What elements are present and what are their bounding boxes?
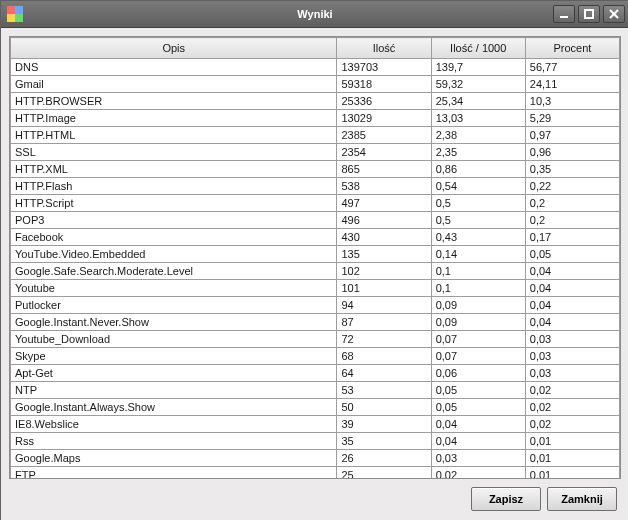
cell-ilosc1000: 0,05 bbox=[431, 399, 525, 416]
table-row[interactable]: IE8.Webslice390,040,02 bbox=[11, 416, 620, 433]
cell-opis: IE8.Webslice bbox=[11, 416, 337, 433]
header-ilosc1000[interactable]: Ilość / 1000 bbox=[431, 38, 525, 59]
cell-procent: 0,22 bbox=[525, 178, 619, 195]
table-row[interactable]: HTTP.XML8650,860,35 bbox=[11, 161, 620, 178]
title-bar[interactable]: Wyniki bbox=[1, 1, 628, 28]
cell-opis: Skype bbox=[11, 348, 337, 365]
table-row[interactable]: NTP530,050,02 bbox=[11, 382, 620, 399]
table-row[interactable]: Apt-Get640,060,03 bbox=[11, 365, 620, 382]
table-row[interactable]: SSL23542,350,96 bbox=[11, 144, 620, 161]
cell-opis: HTTP.Script bbox=[11, 195, 337, 212]
cell-procent: 0,05 bbox=[525, 246, 619, 263]
cell-procent: 0,96 bbox=[525, 144, 619, 161]
cell-ilosc1000: 59,32 bbox=[431, 76, 525, 93]
cell-ilosc: 26 bbox=[337, 450, 431, 467]
cell-opis: Gmail bbox=[11, 76, 337, 93]
cell-ilosc1000: 0,1 bbox=[431, 280, 525, 297]
cell-ilosc: 497 bbox=[337, 195, 431, 212]
app-icon bbox=[7, 6, 23, 22]
table-row[interactable]: Skype680,070,03 bbox=[11, 348, 620, 365]
table-row[interactable]: HTTP.HTML23852,380,97 bbox=[11, 127, 620, 144]
cell-procent: 0,03 bbox=[525, 348, 619, 365]
cell-ilosc1000: 25,34 bbox=[431, 93, 525, 110]
maximize-button[interactable] bbox=[578, 5, 600, 23]
dialog-button-row: Zapisz Zamknij bbox=[9, 487, 621, 513]
cell-procent: 0,01 bbox=[525, 450, 619, 467]
cell-ilosc: 2385 bbox=[337, 127, 431, 144]
cell-procent: 0,17 bbox=[525, 229, 619, 246]
close-button[interactable] bbox=[603, 5, 625, 23]
minimize-button[interactable] bbox=[553, 5, 575, 23]
cell-ilosc: 139703 bbox=[337, 59, 431, 76]
results-table-container: Opis Ilość Ilość / 1000 Procent DNS13970… bbox=[9, 36, 621, 479]
cell-ilosc: 13029 bbox=[337, 110, 431, 127]
table-header-row: Opis Ilość Ilość / 1000 Procent bbox=[11, 38, 620, 59]
cell-ilosc1000: 0,86 bbox=[431, 161, 525, 178]
cell-ilosc1000: 2,35 bbox=[431, 144, 525, 161]
cell-ilosc: 102 bbox=[337, 263, 431, 280]
table-row[interactable]: Youtube_Download720,070,03 bbox=[11, 331, 620, 348]
cell-opis: HTTP.HTML bbox=[11, 127, 337, 144]
cell-ilosc: 496 bbox=[337, 212, 431, 229]
cell-ilosc1000: 0,02 bbox=[431, 467, 525, 479]
cell-procent: 0,01 bbox=[525, 433, 619, 450]
table-row[interactable]: Google.Maps260,030,01 bbox=[11, 450, 620, 467]
table-row[interactable]: Facebook4300,430,17 bbox=[11, 229, 620, 246]
table-row[interactable]: YouTube.Video.Embedded1350,140,05 bbox=[11, 246, 620, 263]
table-row[interactable]: Google.Safe.Search.Moderate.Level1020,10… bbox=[11, 263, 620, 280]
cell-ilosc: 2354 bbox=[337, 144, 431, 161]
cell-opis: SSL bbox=[11, 144, 337, 161]
cell-opis: NTP bbox=[11, 382, 337, 399]
cell-procent: 0,2 bbox=[525, 195, 619, 212]
header-ilosc[interactable]: Ilość bbox=[337, 38, 431, 59]
table-row[interactable]: Google.Instant.Never.Show870,090,04 bbox=[11, 314, 620, 331]
table-row[interactable]: DNS139703139,756,77 bbox=[11, 59, 620, 76]
table-body: DNS139703139,756,77Gmail5931859,3224,11H… bbox=[11, 59, 620, 479]
cell-procent: 0,02 bbox=[525, 382, 619, 399]
cell-procent: 0,03 bbox=[525, 365, 619, 382]
header-procent[interactable]: Procent bbox=[525, 38, 619, 59]
cell-procent: 0,03 bbox=[525, 331, 619, 348]
cell-procent: 0,04 bbox=[525, 280, 619, 297]
table-row[interactable]: Gmail5931859,3224,11 bbox=[11, 76, 620, 93]
cell-opis: HTTP.BROWSER bbox=[11, 93, 337, 110]
table-row[interactable]: HTTP.BROWSER2533625,3410,3 bbox=[11, 93, 620, 110]
svg-rect-1 bbox=[585, 10, 593, 18]
cell-ilosc: 87 bbox=[337, 314, 431, 331]
cell-opis: DNS bbox=[11, 59, 337, 76]
cell-procent: 5,29 bbox=[525, 110, 619, 127]
close-dialog-button[interactable]: Zamknij bbox=[547, 487, 617, 511]
table-row[interactable]: Youtube1010,10,04 bbox=[11, 280, 620, 297]
table-row[interactable]: POP34960,50,2 bbox=[11, 212, 620, 229]
client-area: Opis Ilość Ilość / 1000 Procent DNS13970… bbox=[1, 28, 628, 520]
cell-opis: POP3 bbox=[11, 212, 337, 229]
header-opis[interactable]: Opis bbox=[11, 38, 337, 59]
table-row[interactable]: FTP250,020,01 bbox=[11, 467, 620, 479]
cell-opis: Google.Safe.Search.Moderate.Level bbox=[11, 263, 337, 280]
cell-ilosc: 101 bbox=[337, 280, 431, 297]
cell-ilosc1000: 0,04 bbox=[431, 416, 525, 433]
cell-ilosc1000: 0,05 bbox=[431, 382, 525, 399]
cell-procent: 56,77 bbox=[525, 59, 619, 76]
cell-opis: Putlocker bbox=[11, 297, 337, 314]
results-scroll-area[interactable]: Opis Ilość Ilość / 1000 Procent DNS13970… bbox=[10, 37, 620, 478]
cell-opis: FTP bbox=[11, 467, 337, 479]
save-button[interactable]: Zapisz bbox=[471, 487, 541, 511]
cell-procent: 0,04 bbox=[525, 263, 619, 280]
table-row[interactable]: Putlocker940,090,04 bbox=[11, 297, 620, 314]
table-row[interactable]: HTTP.Image1302913,035,29 bbox=[11, 110, 620, 127]
table-row[interactable]: HTTP.Script4970,50,2 bbox=[11, 195, 620, 212]
cell-ilosc1000: 0,1 bbox=[431, 263, 525, 280]
close-icon bbox=[609, 9, 619, 19]
table-row[interactable]: HTTP.Flash5380,540,22 bbox=[11, 178, 620, 195]
cell-procent: 0,97 bbox=[525, 127, 619, 144]
cell-ilosc1000: 0,5 bbox=[431, 195, 525, 212]
cell-opis: HTTP.XML bbox=[11, 161, 337, 178]
table-row[interactable]: Google.Instant.Always.Show500,050,02 bbox=[11, 399, 620, 416]
window-title: Wyniki bbox=[1, 8, 628, 20]
cell-opis: Rss bbox=[11, 433, 337, 450]
window-buttons bbox=[553, 5, 628, 23]
table-row[interactable]: Rss350,040,01 bbox=[11, 433, 620, 450]
cell-ilosc: 35 bbox=[337, 433, 431, 450]
cell-ilosc: 72 bbox=[337, 331, 431, 348]
